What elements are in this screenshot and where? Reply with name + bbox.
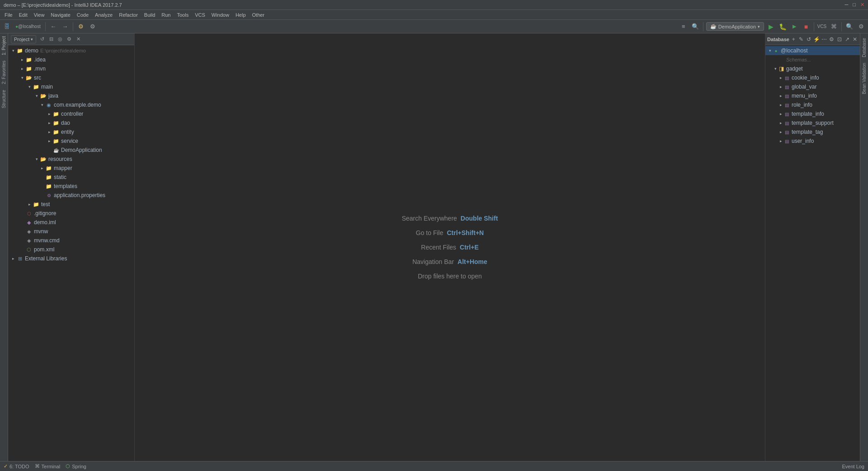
menu-file[interactable]: File: [2, 11, 15, 19]
coverage-btn[interactable]: ▶: [789, 22, 799, 32]
db-item-role-info[interactable]: ▤ role_info: [765, 100, 860, 109]
left-tab-structure[interactable]: Structure: [0, 87, 7, 111]
run-config-selector[interactable]: ☕ DemoApplication ▾: [706, 22, 764, 31]
tree-item-idea[interactable]: 📁 .idea: [8, 55, 134, 64]
menu-other[interactable]: Other: [250, 11, 268, 19]
db-panel-edit-btn[interactable]: ✎: [798, 35, 805, 44]
settings-btn[interactable]: ⚙: [88, 22, 98, 32]
menu-code[interactable]: Code: [74, 11, 91, 19]
search-everywhere-btn[interactable]: 🔍: [844, 22, 854, 32]
inspect-btn[interactable]: 🔍: [690, 22, 700, 32]
tree-item-resources[interactable]: 📂 resources: [8, 155, 134, 164]
db-panel-settings-btn[interactable]: ⚙: [828, 35, 835, 44]
tree-item-controller[interactable]: 📁 controller: [8, 109, 134, 118]
tree-item-mvnw-cmd[interactable]: ◈ mvnw.cmd: [8, 236, 134, 245]
status-terminal[interactable]: ⌘ Terminal: [35, 463, 61, 469]
db-item-schemas[interactable]: Schemas...: [765, 55, 860, 64]
db-panel-add-btn[interactable]: +: [790, 35, 797, 44]
tree-item-app-props[interactable]: ⚙ application.properties: [8, 191, 134, 200]
tree-item-demo-iml[interactable]: ◆ demo.iml: [8, 218, 134, 227]
nav-back-btn[interactable]: ←: [48, 22, 58, 32]
menu-tools[interactable]: Tools: [174, 11, 191, 19]
tree-item-gitignore[interactable]: ⬡ .gitignore: [8, 209, 134, 218]
db-panel-expand-btn[interactable]: ⊡: [836, 35, 843, 44]
tree-label-app-props: application.properties: [54, 192, 105, 198]
settings-gear-btn[interactable]: ⚙: [856, 22, 866, 32]
status-spring[interactable]: ⬡ Spring: [66, 463, 86, 469]
db-panel-refresh-btn[interactable]: ↺: [806, 35, 812, 44]
tree-item-mapper[interactable]: 📁 mapper: [8, 164, 134, 173]
db-arrow-user-info: [778, 138, 783, 144]
minimize-btn[interactable]: ─: [845, 2, 849, 8]
tree-item-demo-root[interactable]: 📁 demo E:\project\idea\demo: [8, 46, 134, 55]
menu-window[interactable]: Window: [209, 11, 232, 19]
menu-help[interactable]: Help: [233, 11, 249, 19]
left-tab-project[interactable]: 1: Project: [0, 33, 7, 58]
tree-label-pom-xml: pom.xml: [34, 246, 54, 253]
collapse-all-btn[interactable]: ⊟: [47, 35, 55, 43]
tree-item-mvn[interactable]: 📁 .mvn: [8, 64, 134, 73]
tree-arrow-idea: [19, 57, 25, 63]
tree-item-test[interactable]: 📁 test: [8, 200, 134, 209]
tree-item-static[interactable]: 📁 static: [8, 173, 134, 182]
close-btn[interactable]: ✕: [860, 2, 864, 8]
menu-refactor[interactable]: Refactor: [116, 11, 141, 19]
db-item-gadget[interactable]: ◨ gadget: [765, 64, 860, 73]
tree-arrow-demo-iml: [19, 219, 25, 226]
tree-item-dao[interactable]: 📁 dao: [8, 118, 134, 127]
menu-view[interactable]: View: [31, 11, 47, 19]
tree-item-entity[interactable]: 📁 entity: [8, 127, 134, 137]
hide-panel-btn[interactable]: ✕: [74, 35, 82, 43]
sync-btn[interactable]: ↺: [38, 35, 46, 43]
db-item-template-tag[interactable]: ▤ template_tag: [765, 127, 860, 137]
db-item-menu-info[interactable]: ▤ menu_info: [765, 91, 860, 100]
tree-item-templates[interactable]: 📁 templates: [8, 182, 134, 191]
db-panel-more-btn[interactable]: ⋯: [821, 35, 828, 44]
db-panel-hide-btn[interactable]: ✕: [851, 35, 858, 44]
menu-run[interactable]: Run: [159, 11, 173, 19]
terminal-toolbar-btn[interactable]: ⌘: [829, 22, 839, 32]
db-item-global-var[interactable]: ▤ global_var: [765, 82, 860, 91]
db-panel-filter-btn[interactable]: ⚡: [813, 35, 820, 44]
menu-navigate[interactable]: Navigate: [48, 11, 73, 19]
tree-item-ext-lib[interactable]: ⊞ External Libraries: [8, 254, 134, 263]
debug-btn[interactable]: 🐛: [778, 22, 788, 32]
run-btn[interactable]: ▶: [766, 22, 776, 32]
db-panel-nav-btn[interactable]: ↗: [844, 35, 850, 44]
db-item-cookie-info[interactable]: ▤ cookie_info: [765, 73, 860, 82]
db-item-user-info[interactable]: ▤ user_info: [765, 137, 860, 146]
left-tab-favorites[interactable]: 2: Favorites: [0, 58, 7, 87]
tree-item-package[interactable]: ◉ com.example.demo: [8, 100, 134, 109]
right-tab-bean-validation[interactable]: Bean Validation: [861, 60, 868, 97]
db-item-template-support[interactable]: ▤ template_support: [765, 118, 860, 127]
status-todo[interactable]: ✓ 6: TODO: [4, 463, 29, 469]
status-event-log[interactable]: Event Log: [842, 464, 864, 469]
folder-icon-entity: 📁: [52, 128, 60, 136]
tree-item-src[interactable]: 📂 src: [8, 73, 134, 82]
tree-item-main[interactable]: 📁 main: [8, 82, 134, 91]
menu-analyze[interactable]: Analyze: [92, 11, 115, 19]
vcs-btn[interactable]: VCS: [817, 22, 827, 32]
tree-item-java[interactable]: 📂 java: [8, 91, 134, 100]
expand-btn[interactable]: ≡: [679, 22, 689, 32]
stop-btn[interactable]: ■: [801, 22, 811, 32]
db-item-localhost[interactable]: ● @localhost: [765, 46, 860, 55]
menu-vcs[interactable]: VCS: [192, 11, 208, 19]
db-item-template-info[interactable]: ▤ template_info: [765, 109, 860, 118]
tree-label-mvn: .mvn: [34, 66, 46, 72]
gear-panel-btn[interactable]: ⚙: [65, 35, 73, 43]
build-btn[interactable]: ⚙: [76, 22, 86, 32]
tree-item-service[interactable]: 📁 service: [8, 137, 134, 146]
project-dropdown[interactable]: Project ▾: [11, 35, 36, 43]
toolbar-localhost-btn[interactable]: ● @localhost: [14, 22, 42, 32]
nav-forward-btn[interactable]: →: [60, 22, 70, 32]
right-tab-database[interactable]: Database: [861, 35, 868, 60]
tree-item-mvnw[interactable]: ◈ mvnw: [8, 227, 134, 236]
menu-edit[interactable]: Edit: [16, 11, 30, 19]
menu-build[interactable]: Build: [142, 11, 158, 19]
toolbar-database-btn[interactable]: 🗄: [2, 22, 12, 32]
tree-item-demo-app[interactable]: ☕ DemoApplication: [8, 146, 134, 155]
maximize-btn[interactable]: □: [853, 2, 856, 8]
tree-item-pom-xml[interactable]: ⬡ pom.xml: [8, 245, 134, 254]
locate-btn[interactable]: ◎: [56, 35, 64, 43]
